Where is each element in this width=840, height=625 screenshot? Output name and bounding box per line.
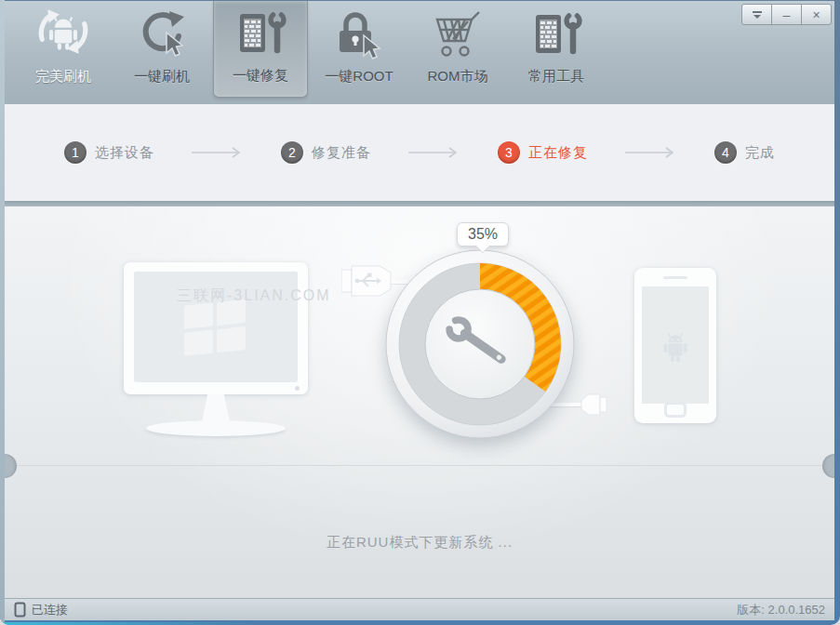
nav-label: 一键修复 [233,67,288,85]
window-left-edge [0,0,5,625]
android-refresh-logo-icon [33,6,94,60]
progress-gauge [378,242,582,446]
app-window: 完美刷机 一键刷机 [0,0,840,625]
percent-value: 35% [468,226,498,242]
window-controls: – × [742,4,832,25]
menu-chevron-icon [752,10,763,20]
step-label: 修复准备 [312,144,371,162]
statusbar: 已连接 版本: 2.0.0.1652 [5,598,834,620]
connection-label: 已连接 [32,602,68,618]
step-number: 2 [281,141,303,164]
version-label: 版本: 2.0.0.1652 [737,602,825,618]
step-label: 选择设备 [95,144,154,162]
watermark-text: 三联网-3LIAN.COM [177,286,331,306]
step-arrow-icon [192,147,244,158]
percent-bubble: 35% [457,222,509,246]
step-repair-prepare: 2 修复准备 [281,141,371,164]
step-arrow-icon [625,147,677,158]
right-edge-notch [822,454,834,478]
micro-usb-plug-icon [580,392,607,420]
close-icon: × [812,8,820,21]
shopping-cart-icon [431,6,485,60]
nav-logo[interactable]: 完美刷机 [16,1,111,104]
nav-one-key-repair[interactable]: 一键修复 [213,1,308,98]
step-number: 1 [64,141,87,164]
nav-one-key-root[interactable]: 一键ROOT [312,1,407,104]
window-menu-button[interactable] [741,4,772,25]
windows-logo-icon [182,299,249,356]
android-robot-icon [652,319,699,371]
phone-screen [642,286,709,404]
nav-rom-market[interactable]: ROM市场 [410,1,505,104]
phone-wrench-icon [530,6,582,60]
phone-home-button [664,402,687,418]
phone-connected-icon [14,602,26,618]
monitor-bezel [124,262,308,394]
nav-label: 完美刷机 [35,68,91,86]
window-body: 完美刷机 一键刷机 [5,1,834,620]
wizard-steps: 1 选择设备 2 修复准备 3 正在修复 4 完成 [5,104,834,201]
nav-label: 常用工具 [528,68,584,86]
step-finish: 4 完成 [714,141,775,164]
step-label: 正在修复 [528,144,588,162]
nav-common-tools[interactable]: 常用工具 [509,1,604,104]
step-number: 3 [498,141,520,164]
content-divider [5,465,834,466]
nav-label: 一键ROOT [325,68,393,86]
nav-label: ROM市场 [428,68,488,86]
monitor-base [146,420,286,436]
status-text: 正在RUU模式下更新系统 ... [5,534,834,552]
nav-one-key-flash[interactable]: 一键刷机 [114,1,209,104]
nav-label: 一键刷机 [134,68,190,86]
phone-speaker [663,276,687,279]
repair-progress-panel: 三联网-3LIAN.COM [5,206,834,598]
phone-illustration [634,268,716,423]
step-repairing: 3 正在修复 [498,141,588,164]
minimize-button[interactable]: – [771,4,802,25]
monitor-power-dot [295,386,300,391]
step-label: 完成 [745,144,775,162]
step-number: 4 [714,141,737,164]
connection-status: 已连接 [14,602,68,618]
monitor-stand [197,394,234,422]
phone-wrench-icon [234,5,287,59]
step-select-device: 1 选择设备 [64,141,154,164]
minimize-icon: – [783,8,791,21]
close-button[interactable]: × [801,4,832,25]
lock-cursor-icon [333,6,385,60]
step-arrow-icon [408,147,460,158]
main-toolbar: 完美刷机 一键刷机 [5,1,834,104]
refresh-cursor-icon [136,6,188,60]
left-edge-notch [5,454,17,478]
